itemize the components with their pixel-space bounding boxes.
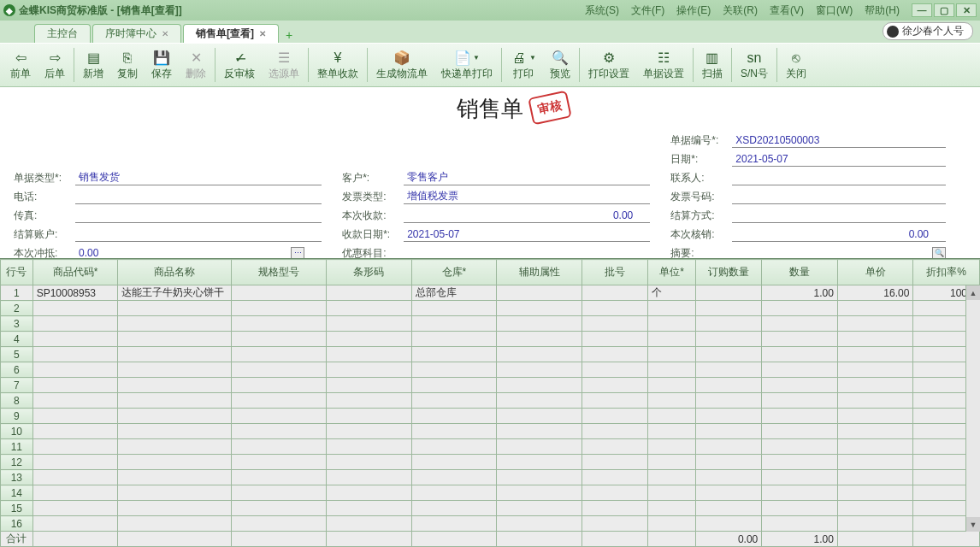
preview-button[interactable]: 🔍预览 — [543, 48, 577, 83]
col-header[interactable]: 批号 — [582, 260, 648, 285]
menu-help[interactable]: 帮助(H) — [859, 3, 905, 18]
table-row[interactable]: 10 — [1, 424, 980, 439]
col-header[interactable]: 折扣率% — [913, 260, 980, 285]
picker-icon[interactable]: ⋯ — [291, 247, 304, 259]
scroll-up-icon[interactable]: ▲ — [966, 285, 980, 300]
tab-sales-order[interactable]: 销售单[查看]✕ — [183, 24, 279, 43]
field-type[interactable]: 销售发货 — [75, 170, 322, 185]
sn-button[interactable]: snS/N号 — [734, 48, 775, 83]
selsrc-button[interactable]: ☰选源单 — [262, 48, 306, 83]
new-button[interactable]: ▤新增 — [76, 48, 110, 83]
field-invtype[interactable]: 增值税发票 — [404, 189, 650, 204]
tab-strip: 主控台 序时簿中心✕ 销售单[查看]✕ + 徐少春个人号 — [0, 21, 980, 43]
menu-system[interactable]: 系统(S) — [580, 3, 624, 18]
table-row[interactable]: 1SP10008953达能王子牛奶夹心饼干总部仓库个1.0016.00100.0 — [1, 285, 980, 301]
field-date[interactable]: 2021-05-07 — [732, 151, 946, 167]
col-header[interactable]: 商品代码* — [32, 260, 118, 285]
col-header[interactable]: 单价 — [837, 260, 913, 285]
close-icon[interactable]: ✕ — [162, 29, 168, 38]
copy-icon: ⎘ — [119, 50, 136, 67]
table-row[interactable]: 4 — [1, 332, 980, 347]
bsetup-icon: ☷ — [655, 50, 672, 67]
table-row[interactable]: 16 — [1, 516, 980, 532]
table-row[interactable]: 2 — [1, 301, 980, 316]
psetup-button[interactable]: ⚙打印设置 — [582, 48, 636, 83]
col-header[interactable]: 数量 — [762, 260, 838, 285]
unaudit-button[interactable]: ✓̶反审核 — [217, 48, 262, 83]
menu-window[interactable]: 窗口(W) — [811, 3, 858, 18]
prev-icon: ⇦ — [12, 50, 29, 67]
minimize-button[interactable]: — — [912, 3, 932, 17]
menu-operate[interactable]: 操作(E) — [671, 3, 716, 18]
express-button[interactable]: 📄▼快递单打印 — [434, 48, 499, 83]
copy-button[interactable]: ⎘复制 — [110, 48, 145, 83]
label-type: 单据类型*: — [14, 171, 75, 185]
table-row[interactable]: 11 — [1, 439, 980, 455]
line-items-grid[interactable]: 行号商品代码*商品名称规格型号条形码仓库*辅助属性批号单位*订购数量数量单价折扣… — [0, 259, 980, 547]
save-button[interactable]: 💾保存 — [145, 48, 179, 83]
table-row[interactable]: 5 — [1, 347, 980, 362]
col-header[interactable]: 辅助属性 — [497, 260, 582, 285]
genlog-button[interactable]: 📦生成物流单 — [369, 48, 434, 83]
table-row[interactable]: 13 — [1, 470, 980, 485]
field-writeoff[interactable]: 0.00 — [732, 226, 946, 242]
col-header[interactable]: 单位* — [648, 260, 695, 285]
col-header[interactable]: 仓库* — [411, 260, 497, 285]
bsetup-button[interactable]: ☷单据设置 — [636, 48, 691, 83]
new-icon: ▤ — [85, 50, 102, 67]
menu-view[interactable]: 查看(V) — [765, 3, 809, 18]
col-header[interactable]: 规格型号 — [232, 260, 327, 285]
user-badge[interactable]: 徐少春个人号 — [883, 22, 973, 40]
table-row[interactable]: 6 — [1, 362, 980, 378]
table-row[interactable]: 3 — [1, 316, 980, 332]
next-button[interactable]: ⇨后单 — [38, 48, 72, 83]
grid-area: 行号商品代码*商品名称规格型号条形码仓库*辅助属性批号单位*订购数量数量单价折扣… — [0, 258, 980, 547]
selsrc-icon: ☰ — [275, 50, 292, 67]
tab-console[interactable]: 主控台 — [34, 24, 91, 43]
picker-icon[interactable]: 🔍 — [932, 247, 946, 259]
add-tab-button[interactable]: + — [280, 27, 298, 43]
field-no[interactable]: XSD20210500003 — [732, 132, 946, 148]
label-no: 单据编号*: — [670, 133, 732, 148]
field-settle[interactable] — [732, 208, 946, 223]
table-row[interactable]: 14 — [1, 485, 980, 501]
fullrecv-button[interactable]: ¥整单收款 — [310, 48, 365, 83]
field-cust[interactable]: 零售客户 — [404, 170, 650, 185]
table-row[interactable]: 12 — [1, 455, 980, 470]
field-fax[interactable] — [75, 208, 322, 223]
scroll-down-icon[interactable]: ▼ — [966, 517, 980, 532]
field-acct[interactable] — [75, 226, 322, 242]
label-date: 日期*: — [670, 152, 732, 167]
field-recvdate[interactable]: 2021-05-07 — [404, 226, 650, 242]
col-header[interactable]: 行号 — [1, 260, 33, 285]
menu-relate[interactable]: 关联(R) — [717, 3, 763, 18]
tab-journal[interactable]: 序时簿中心✕ — [92, 24, 181, 43]
label-recvdate: 收款日期*: — [342, 227, 404, 242]
field-contact[interactable] — [732, 170, 946, 185]
table-row[interactable]: 15 — [1, 501, 980, 516]
field-thisrecv[interactable]: 0.00 — [404, 208, 650, 223]
maximize-button[interactable]: ▢ — [934, 3, 954, 17]
vertical-scrollbar[interactable]: ▲ ▼ — [965, 285, 980, 532]
app-icon: ◆ — [3, 4, 15, 16]
col-header[interactable]: 订购数量 — [695, 260, 762, 285]
delete-icon: ✕ — [187, 50, 204, 67]
col-header[interactable]: 商品名称 — [118, 260, 232, 285]
close-window-button[interactable]: ✕ — [956, 3, 977, 17]
label-writeoff: 本次核销: — [670, 227, 732, 242]
field-invno[interactable] — [732, 189, 946, 204]
delete-button[interactable]: ✕删除 — [179, 48, 213, 83]
table-row[interactable]: 7 — [1, 378, 980, 393]
table-row[interactable]: 9 — [1, 409, 980, 424]
col-header[interactable]: 条形码 — [326, 260, 411, 285]
close-button[interactable]: ⎋关闭 — [779, 48, 813, 83]
menu-file[interactable]: 文件(F) — [626, 3, 670, 18]
print-button[interactable]: 🖨▼打印 — [504, 48, 543, 83]
label-fax: 传真: — [14, 209, 75, 223]
prev-button[interactable]: ⇦前单 — [3, 48, 38, 83]
close-icon[interactable]: ✕ — [259, 29, 266, 38]
label-cust: 客户*: — [342, 171, 404, 185]
table-row[interactable]: 8 — [1, 393, 980, 409]
scan-button[interactable]: ▥扫描 — [695, 48, 729, 83]
field-phone[interactable] — [75, 189, 322, 204]
